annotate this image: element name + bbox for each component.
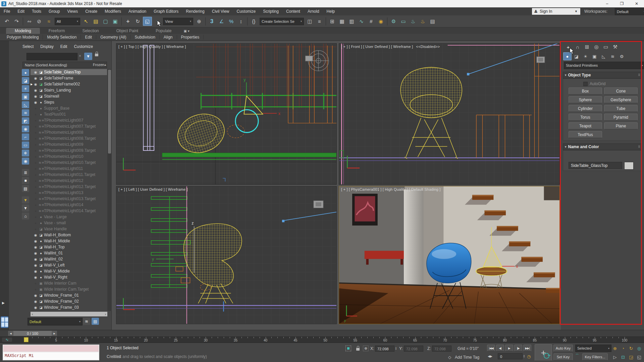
folder-icon[interactable]: ⌂ (22, 213, 29, 220)
visibility-eye-icon[interactable]: ◉ (33, 251, 38, 255)
display-hidden-eye-icon[interactable]: ◉ (22, 158, 29, 165)
layer-list-icon[interactable]: ≋ (83, 318, 90, 325)
viewport-layout-button[interactable] (1, 316, 8, 328)
reference-coordinate-dropdown[interactable]: View▾ (163, 18, 193, 25)
visibility-eye-icon[interactable]: ◉ (33, 269, 38, 273)
display-geometry-icon[interactable]: ◩ (22, 117, 29, 124)
playback-go-end-button[interactable]: ▶▶| (523, 345, 531, 352)
x-spinner[interactable]: ▲▼ (394, 346, 397, 352)
hidden-eye-icon[interactable]: ● (33, 125, 38, 128)
list-item[interactable]: ●≋☀TPhotometricLight011 (31, 166, 107, 172)
list-item[interactable]: ◉●Wall-V_Middle (31, 268, 107, 274)
filter-config-icon[interactable]: ▼ (22, 196, 29, 203)
spinner-snap-icon[interactable]: ↕ (236, 17, 246, 26)
list-item[interactable]: ●≋☀TPhotometricLight009 (31, 141, 107, 147)
render-iterative-icon[interactable]: ♨ (418, 17, 427, 26)
selection-lock-icon[interactable] (355, 345, 361, 351)
list-item[interactable]: ●≋☀TPhotometricLight010 (31, 154, 107, 160)
list-item[interactable]: ◉◪Window_Frame_02 (31, 298, 107, 304)
hidden-eye-icon[interactable]: ● (33, 197, 38, 201)
viewport-front-label[interactable]: [ + ] [ Front ] [ User Defined ] [ Wiref… (341, 45, 440, 49)
search-filter-icon[interactable]: ▼ (84, 53, 92, 60)
ribbon-tab-populate[interactable]: Populate (147, 28, 180, 34)
next-frame-icon[interactable]: ▸ (52, 331, 57, 336)
mirror-icon[interactable]: ◫ (305, 17, 314, 26)
hidden-eye-icon[interactable]: ● (33, 185, 38, 189)
menu-scripting[interactable]: Scripting (259, 9, 282, 14)
hidden-eye-icon[interactable]: ● (33, 155, 38, 159)
hidden-eye-icon[interactable]: ● (33, 215, 38, 219)
time-slider-handle[interactable]: ◂ 0 / 100 ▸ (8, 331, 57, 336)
menu-animation[interactable]: Animation (125, 9, 150, 14)
list-item[interactable]: ●≋☀TPhotometricLight014 (31, 202, 107, 208)
note-view-icon[interactable]: ▤ (22, 185, 29, 192)
track-bar[interactable]: ∿ 05101520253035404550556065707580859095… (0, 337, 644, 343)
prev-frame-icon[interactable]: ◂ (8, 331, 13, 336)
align-icon[interactable]: ≡ (315, 17, 324, 26)
playback-next-frame-button[interactable]: |▶ (514, 345, 522, 352)
torus-button[interactable]: Torus (569, 114, 602, 121)
explorer-menu-edit[interactable]: Edit (60, 44, 67, 49)
tab-hierarchy-icon[interactable]: ⊞ (583, 43, 591, 51)
maxscript-mini-listener[interactable]: MAXScript Mi (3, 345, 99, 360)
cone-button[interactable]: Cone (604, 87, 638, 95)
truck-camera-icon[interactable]: ⊡ (619, 353, 627, 361)
list-item[interactable]: ●●TextPlus001 (31, 111, 107, 117)
set-key-button[interactable]: Set Key (553, 353, 573, 361)
tube-button[interactable]: Tube (604, 105, 638, 112)
toggle-ribbon-icon[interactable]: ▥ (347, 17, 356, 26)
restore-button[interactable]: ❐ (614, 1, 629, 6)
viewport-camera-label[interactable]: [ + ] [ PhysCamera001 ] [ High Quality ]… (341, 187, 441, 191)
use-pivot-point-icon[interactable]: ⊕ (195, 17, 204, 26)
transform-type-in-icon[interactable]: ⊕ (363, 346, 369, 351)
hidden-eye-icon[interactable]: ● (33, 179, 38, 183)
list-item[interactable]: ◉◪Window_Frame_03 (31, 304, 107, 310)
z-coordinate-field[interactable]: 72.098 (432, 346, 451, 352)
display-shapes-icon[interactable]: ◪ (22, 77, 29, 84)
list-item[interactable]: ◉◪Wall-H_Bottom (31, 232, 107, 238)
horizontal-scrollbar[interactable]: ‹ › (31, 312, 107, 316)
display-objects-icon[interactable]: ● (22, 69, 29, 76)
tab-motion-icon[interactable]: ◎ (592, 43, 601, 51)
display-helpers-icon[interactable]: ◺ (22, 101, 29, 108)
list-item[interactable]: ●●Vase - small (31, 220, 107, 226)
list-item[interactable]: ◉◪SideTableFrame (31, 75, 107, 81)
list-item[interactable]: ●≋☀TPhotometricLight011.Target (31, 172, 107, 178)
sphere-button[interactable]: Sphere (569, 96, 602, 103)
set-keys-button[interactable]: + (535, 344, 552, 361)
ribbon-button-subdivision[interactable]: Subdivision (130, 35, 159, 40)
box-button[interactable]: Box (569, 87, 602, 95)
select-object-icon[interactable]: ↖ (82, 17, 91, 26)
menu-content[interactable]: Content (282, 9, 304, 14)
display-lights-icon[interactable]: ☀ (22, 85, 29, 92)
playback-prev-frame-button[interactable]: ◀| (496, 345, 504, 352)
redo-icon[interactable]: ↷ (12, 17, 21, 26)
clear-search-icon[interactable]: × (79, 54, 81, 58)
list-item[interactable]: ●≋☀TPhotometricLight007 (31, 117, 107, 123)
select-and-rotate-icon[interactable]: ↻ (133, 17, 142, 26)
visibility-eye-icon[interactable]: ◉ (33, 76, 38, 80)
close-button[interactable]: ✕ (629, 1, 644, 6)
scroll-left-icon[interactable]: ‹ (31, 312, 34, 316)
frame-spinner[interactable]: ▲▼ (523, 353, 526, 359)
visibility-eye-icon[interactable]: ◉ (33, 239, 38, 243)
list-item[interactable]: ●▣Wide Interior Cam (31, 280, 107, 286)
list-item[interactable]: ●≋☀TPhotometricLight012 (31, 178, 107, 184)
ribbon-button-align[interactable]: Align (160, 35, 177, 40)
tab-utilities-icon[interactable]: ⚒ (611, 43, 620, 51)
visibility-eye-icon[interactable]: ◉ (33, 245, 38, 249)
cylinder-button[interactable]: Cylinder (569, 105, 602, 112)
subtab-lights-icon[interactable]: ☀ (581, 52, 590, 60)
y-coordinate-field[interactable]: 72.098 (404, 346, 423, 352)
scroll-right-icon[interactable]: › (104, 312, 107, 316)
name-color-rollout-header[interactable]: ▾ Name and Color ⠿ (563, 143, 642, 150)
list-item[interactable]: ●●Support_Base (31, 105, 107, 111)
subtab-systems-icon[interactable]: ⚙ (618, 52, 626, 60)
visibility-eye-icon[interactable]: ◉ (33, 300, 38, 303)
list-item[interactable]: ●≋☀TPhotometricLight010.Target (31, 160, 107, 166)
percent-snap-icon[interactable]: % (227, 17, 236, 26)
toggle-scene-explorer-icon[interactable]: ⊞ (328, 17, 337, 26)
list-item[interactable]: ◉◪WallInt_02 (31, 256, 107, 262)
hierarchy-view-icon[interactable]: ▤ (92, 318, 99, 325)
ribbon-button-polygon-modeling[interactable]: Polygon Modeling (3, 35, 43, 40)
